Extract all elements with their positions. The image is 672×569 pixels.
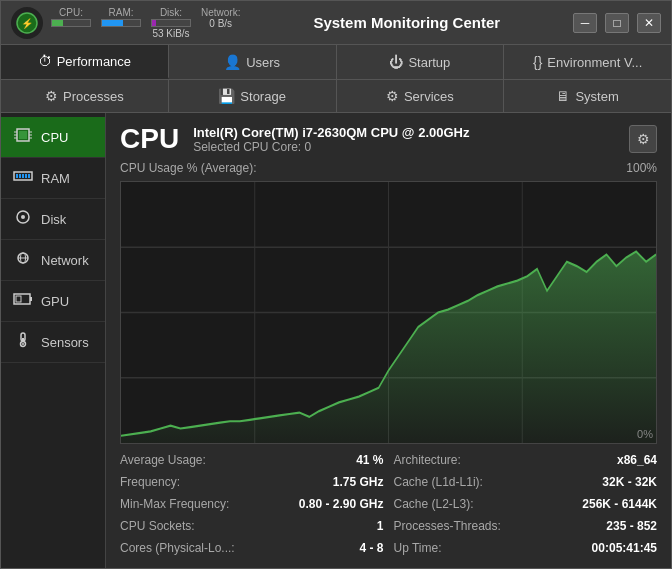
close-button[interactable]: ✕ <box>637 13 661 33</box>
svg-point-27 <box>22 343 24 345</box>
chart-label: CPU Usage % (Average): <box>120 161 257 175</box>
svg-rect-11 <box>16 174 18 178</box>
window-title: System Monitoring Center <box>240 14 573 31</box>
network-stat-value: 0 B/s <box>209 18 232 29</box>
stat-key-cache-l2: Cache (L2-L3): <box>394 497 579 511</box>
sidebar-sensors-label: Sensors <box>41 335 89 350</box>
cpu-chart: 0% <box>120 181 657 444</box>
startup-icon: ⏻ <box>389 54 403 70</box>
stat-key-cores: Cores (Physical-Lo...: <box>120 541 355 555</box>
svg-rect-22 <box>16 296 21 302</box>
header-stats: CPU: RAM: Disk: 53 KiB/s Network: 0 B/s <box>51 7 240 39</box>
ram-sidebar-icon <box>13 168 33 188</box>
cpu-stat: CPU: <box>51 7 91 39</box>
stat-val-arch: x86_64 <box>617 453 657 467</box>
chart-min: 0% <box>637 428 653 440</box>
stat-val-cores: 4 - 8 <box>359 541 383 555</box>
stat-key-cache-l1: Cache (L1d-L1i): <box>394 475 599 489</box>
stat-val-proc: 235 - 852 <box>606 519 657 533</box>
ram-stat-label: RAM: <box>109 7 134 18</box>
disk-stat-value: 53 KiB/s <box>152 28 189 39</box>
tab-startup[interactable]: ⏻ Startup <box>337 45 505 79</box>
sensors-sidebar-icon <box>13 332 33 352</box>
tab-storage[interactable]: 💾 Storage <box>169 80 337 112</box>
tab-processes[interactable]: ⚙ Processes <box>1 80 169 112</box>
stat-row-proc-threads: Processes-Threads: 235 - 852 <box>394 516 658 536</box>
sidebar-disk-label: Disk <box>41 212 66 227</box>
gpu-sidebar-icon <box>13 291 33 311</box>
sidebar-item-gpu[interactable]: GPU <box>1 281 105 322</box>
stat-row-cache-l2: Cache (L2-L3): 256K - 6144K <box>394 494 658 514</box>
cpu-sidebar-icon <box>13 127 33 147</box>
stat-row-sockets: CPU Sockets: 1 <box>120 516 384 536</box>
stat-val-cache-l1: 32K - 32K <box>602 475 657 489</box>
app-logo: ⚡ <box>11 7 43 39</box>
svg-rect-13 <box>22 174 24 178</box>
performance-icon: ⏱ <box>38 53 52 69</box>
sidebar-ram-label: RAM <box>41 171 70 186</box>
maximize-button[interactable]: □ <box>605 13 629 33</box>
chart-label-row: CPU Usage % (Average): 100% <box>120 161 657 175</box>
tab-services-label: Services <box>404 89 454 104</box>
stat-val-uptime: 00:05:41:45 <box>592 541 657 555</box>
stat-key-arch: Architecture: <box>394 453 613 467</box>
stats-grid: Average Usage: 41 % Architecture: x86_64… <box>120 450 657 558</box>
disk-sidebar-icon <box>13 209 33 229</box>
cpu-panel: CPU Intel(R) Core(TM) i7-2630QM CPU @ 2.… <box>106 113 671 568</box>
svg-rect-15 <box>28 174 30 178</box>
network-stat-label: Network: <box>201 7 240 18</box>
title-bar: ⚡ CPU: RAM: Disk: 53 KiB/s Network: 0 B/… <box>1 1 671 45</box>
sidebar-network-label: Network <box>41 253 89 268</box>
processor-name: Intel(R) Core(TM) i7-2630QM CPU @ 2.00GH… <box>193 125 469 140</box>
tab-processes-label: Processes <box>63 89 124 104</box>
stat-val-minmax: 0.80 - 2.90 GHz <box>299 497 384 511</box>
stat-row-cores: Cores (Physical-Lo...: 4 - 8 <box>120 538 384 558</box>
sidebar-item-sensors[interactable]: Sensors <box>1 322 105 363</box>
tab-performance[interactable]: ⏱ Performance <box>1 45 169 79</box>
network-sidebar-icon <box>13 250 33 270</box>
stat-key-avg: Average Usage: <box>120 453 352 467</box>
main-window: ⚡ CPU: RAM: Disk: 53 KiB/s Network: 0 B/… <box>0 0 672 569</box>
stat-key-uptime: Up Time: <box>394 541 588 555</box>
main-content: CPU RAM <box>1 113 671 568</box>
sidebar-item-ram[interactable]: RAM <box>1 158 105 199</box>
tab-users[interactable]: 👤 Users <box>169 45 337 79</box>
stat-key-sockets: CPU Sockets: <box>120 519 373 533</box>
chart-max: 100% <box>626 161 657 175</box>
stat-key-minmax: Min-Max Frequency: <box>120 497 295 511</box>
tab-users-label: Users <box>246 55 280 70</box>
cpu-bar <box>51 19 91 27</box>
stat-row-arch: Architecture: x86_64 <box>394 450 658 470</box>
cpu-info: Intel(R) Core(TM) i7-2630QM CPU @ 2.00GH… <box>193 125 469 154</box>
tab-system-label: System <box>575 89 618 104</box>
svg-rect-23 <box>30 297 32 301</box>
stat-row-freq: Frequency: 1.75 GHz <box>120 472 384 492</box>
svg-rect-3 <box>19 131 27 139</box>
sidebar: CPU RAM <box>1 113 106 568</box>
tab-services[interactable]: ⚙ Services <box>337 80 505 112</box>
nav-row-1: ⏱ Performance 👤 Users ⏻ Startup {} Envir… <box>1 45 671 80</box>
stat-key-proc: Processes-Threads: <box>394 519 603 533</box>
processes-icon: ⚙ <box>45 88 58 104</box>
network-stat: Network: 0 B/s <box>201 7 240 39</box>
storage-icon: 💾 <box>218 88 235 104</box>
tab-system[interactable]: 🖥 System <box>504 80 671 112</box>
disk-bar <box>151 19 191 27</box>
stat-val-cache-l2: 256K - 6144K <box>582 497 657 511</box>
tab-environment-label: Environment V... <box>547 55 642 70</box>
cpu-header: CPU Intel(R) Core(TM) i7-2630QM CPU @ 2.… <box>120 123 657 155</box>
stat-val-sockets: 1 <box>377 519 384 533</box>
ram-bar <box>101 19 141 27</box>
stat-key-freq: Frequency: <box>120 475 329 489</box>
system-icon: 🖥 <box>556 88 570 104</box>
tab-startup-label: Startup <box>408 55 450 70</box>
sidebar-item-network[interactable]: Network <box>1 240 105 281</box>
sidebar-gpu-label: GPU <box>41 294 69 309</box>
sidebar-item-cpu[interactable]: CPU <box>1 117 105 158</box>
sidebar-item-disk[interactable]: Disk <box>1 199 105 240</box>
minimize-button[interactable]: ─ <box>573 13 597 33</box>
tab-environment[interactable]: {} Environment V... <box>504 45 671 79</box>
settings-button[interactable]: ⚙ <box>629 125 657 153</box>
svg-text:⚡: ⚡ <box>21 17 34 30</box>
cpu-title-section: CPU Intel(R) Core(TM) i7-2630QM CPU @ 2.… <box>120 123 469 155</box>
